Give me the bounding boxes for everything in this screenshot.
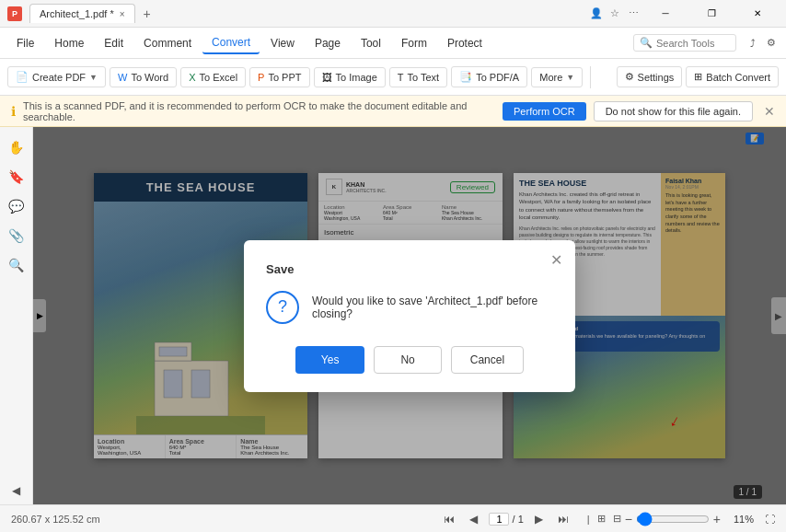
app-icon: P bbox=[7, 6, 22, 21]
zoom-fit-icon[interactable]: ⊟ bbox=[613, 513, 621, 525]
search-icon: 🔍 bbox=[640, 37, 653, 49]
settings-button[interactable]: ⚙ Settings bbox=[617, 66, 683, 87]
separator-2: | bbox=[587, 514, 590, 525]
to-pdfa-label: To PDF/A bbox=[476, 72, 519, 83]
dialog-yes-button[interactable]: Yes bbox=[295, 346, 365, 374]
to-text-label: To Text bbox=[407, 72, 439, 83]
status-bar: 260.67 x 125.52 cm ⏮ ◀ / 1 ▶ ⏭ | ⊞ ⊟ − +… bbox=[0, 504, 786, 532]
create-pdf-label: Create PDF bbox=[32, 72, 86, 83]
fullscreen-icon[interactable]: ⛶ bbox=[765, 514, 775, 525]
dimensions-text: 260.67 x 125.52 cm bbox=[11, 514, 100, 525]
search-tools-bar: 🔍 bbox=[633, 34, 736, 52]
to-ppt-button[interactable]: P To PPT bbox=[249, 67, 309, 87]
close-button[interactable]: ✕ bbox=[736, 0, 779, 28]
profile-icon[interactable]: 👤 bbox=[589, 6, 604, 21]
to-text-button[interactable]: T To Text bbox=[389, 67, 447, 87]
status-right: ⏮ ◀ / 1 ▶ ⏭ | ⊞ ⊟ − + 11% ⛶ bbox=[440, 511, 775, 527]
tab-close-icon[interactable]: × bbox=[120, 9, 125, 19]
settings-gear-icon: ⚙ bbox=[625, 71, 634, 83]
sidebar-search-icon[interactable]: 🔍 bbox=[4, 252, 29, 278]
to-text-icon: T bbox=[398, 72, 404, 83]
menu-bar: File Home Edit Comment Convert View Page… bbox=[0, 28, 786, 59]
sidebar-hand-icon[interactable]: ✋ bbox=[4, 134, 29, 160]
more-icon[interactable]: ⋯ bbox=[626, 6, 641, 21]
restore-button[interactable]: ❐ bbox=[690, 0, 733, 28]
dialog-cancel-button[interactable]: Cancel bbox=[451, 346, 524, 374]
to-word-button[interactable]: W To Word bbox=[110, 67, 177, 87]
tab-title: Architect_1.pdf * bbox=[40, 8, 114, 19]
page-indicator: / 1 bbox=[489, 513, 523, 526]
menu-edit[interactable]: Edit bbox=[95, 33, 133, 53]
ocr-banner-text: This is a scanned PDF, and it is recomme… bbox=[23, 100, 495, 122]
dialog-title: Save bbox=[266, 262, 553, 276]
first-page-button[interactable]: ⏮ bbox=[440, 511, 458, 527]
menu-comment[interactable]: Comment bbox=[134, 33, 201, 53]
to-excel-icon: X bbox=[189, 72, 195, 83]
menu-page[interactable]: Page bbox=[306, 33, 350, 53]
zoom-in-button[interactable]: + bbox=[713, 512, 721, 526]
to-excel-button[interactable]: X To Excel bbox=[180, 67, 246, 87]
dialog-no-button[interactable]: No bbox=[374, 346, 441, 374]
save-dialog: Save ✕ ? Would you like to save 'Archite… bbox=[244, 240, 575, 392]
menu-form[interactable]: Form bbox=[392, 33, 436, 53]
ocr-dismiss-button[interactable]: Do not show for this file again. bbox=[594, 101, 753, 121]
fit-page-icon[interactable]: ⊞ bbox=[597, 513, 606, 525]
last-page-button[interactable]: ⏭ bbox=[554, 511, 572, 527]
to-pdfa-button[interactable]: 📑 To PDF/A bbox=[451, 66, 527, 87]
zoom-out-button[interactable]: − bbox=[625, 512, 632, 526]
next-page-button[interactable]: ▶ bbox=[531, 511, 547, 527]
dialog-buttons: Yes No Cancel bbox=[266, 346, 553, 374]
content-area: ▶ THE SEA HOUSE bbox=[33, 127, 786, 504]
more-label: More bbox=[539, 72, 562, 83]
to-word-label: To Word bbox=[131, 72, 168, 83]
page-input[interactable] bbox=[489, 513, 509, 526]
info-icon: ℹ bbox=[11, 104, 16, 119]
zoom-controls: ⊞ ⊟ − + 11% bbox=[597, 512, 754, 526]
page-total: 1 bbox=[518, 514, 524, 525]
search-tools-input[interactable] bbox=[656, 38, 730, 49]
window-icons: ⤴ ⚙ bbox=[746, 36, 779, 51]
more-button[interactable]: More ▼ bbox=[531, 67, 583, 87]
add-tab-button[interactable]: + bbox=[137, 4, 157, 24]
more-arrow: ▼ bbox=[566, 73, 574, 82]
sidebar-bookmark-icon[interactable]: 🔖 bbox=[4, 164, 29, 190]
create-pdf-arrow: ▼ bbox=[89, 73, 98, 82]
dialog-close-icon[interactable]: ✕ bbox=[550, 251, 562, 269]
toolbar-separator bbox=[590, 66, 591, 88]
zoom-level: 11% bbox=[724, 514, 754, 525]
menu-convert[interactable]: Convert bbox=[202, 32, 260, 54]
zoom-slider[interactable] bbox=[636, 512, 710, 526]
batch-convert-button[interactable]: ⊞ Batch Convert bbox=[686, 66, 779, 87]
dialog-overlay: Save ✕ ? Would you like to save 'Archite… bbox=[33, 127, 786, 504]
to-pdfa-icon: 📑 bbox=[459, 71, 472, 83]
left-sidebar: ✋ 🔖 💬 📎 🔍 ◀ bbox=[0, 127, 33, 504]
bookmark-icon[interactable]: ☆ bbox=[607, 6, 622, 21]
to-image-button[interactable]: 🖼 To Image bbox=[314, 67, 386, 87]
to-ppt-label: To PPT bbox=[268, 72, 301, 83]
prev-page-button[interactable]: ◀ bbox=[466, 511, 481, 527]
menu-home[interactable]: Home bbox=[45, 33, 93, 53]
active-tab[interactable]: Architect_1.pdf * × bbox=[29, 4, 135, 23]
title-bar: P Architect_1.pdf * × + 👤 ☆ ⋯ ─ ❐ ✕ bbox=[0, 0, 786, 28]
external-icon[interactable]: ⤴ bbox=[746, 36, 760, 51]
create-pdf-icon: 📄 bbox=[16, 71, 29, 83]
main-area: ✋ 🔖 💬 📎 🔍 ◀ ▶ THE SEA HOUSE bbox=[0, 127, 786, 504]
menu-view[interactable]: View bbox=[261, 33, 304, 53]
ocr-banner: ℹ This is a scanned PDF, and it is recom… bbox=[0, 96, 786, 127]
to-ppt-icon: P bbox=[258, 72, 264, 83]
menu-file[interactable]: File bbox=[7, 33, 43, 53]
minimize-button[interactable]: ─ bbox=[644, 0, 687, 28]
to-image-icon: 🖼 bbox=[322, 72, 332, 83]
settings-icon[interactable]: ⚙ bbox=[764, 36, 779, 51]
tab-strip: Architect_1.pdf * × + bbox=[29, 4, 589, 24]
toolbar: 📄 Create PDF ▼ W To Word X To Excel P To… bbox=[0, 59, 786, 96]
ocr-close-icon[interactable]: ✕ bbox=[764, 104, 775, 119]
to-image-label: To Image bbox=[336, 72, 377, 83]
sidebar-comment-icon[interactable]: 💬 bbox=[4, 193, 29, 219]
sidebar-attachment-icon[interactable]: 📎 bbox=[4, 223, 29, 249]
create-pdf-button[interactable]: 📄 Create PDF ▼ bbox=[7, 66, 106, 87]
menu-protect[interactable]: Protect bbox=[438, 33, 491, 53]
sidebar-expand-icon[interactable]: ◀ bbox=[12, 484, 20, 497]
menu-tool[interactable]: Tool bbox=[352, 33, 390, 53]
perform-ocr-button[interactable]: Perform OCR bbox=[503, 102, 586, 121]
